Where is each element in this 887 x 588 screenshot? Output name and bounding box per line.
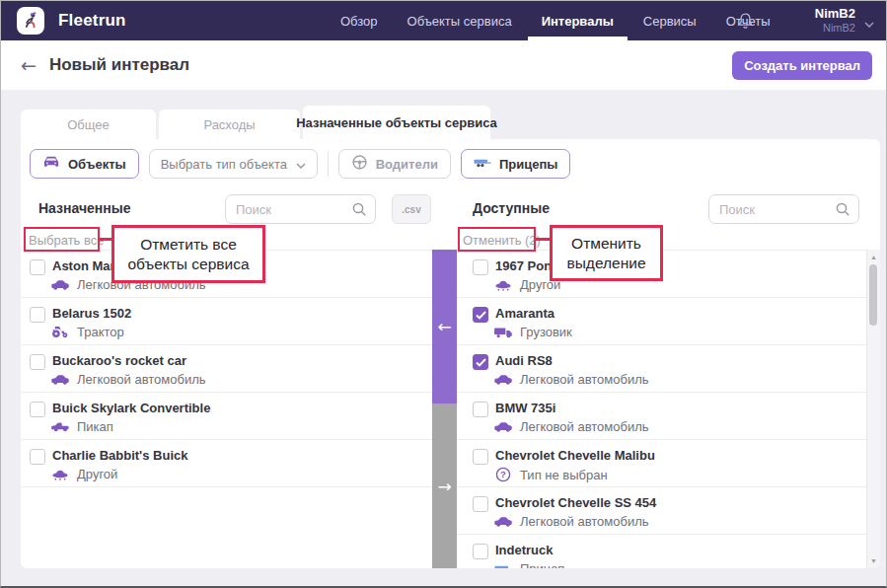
list-item[interactable]: BMW 735i Легковой автомобиль — [457, 393, 868, 440]
nav-item-services[interactable]: Сервисы — [643, 1, 697, 40]
object-type-select[interactable]: Выбрать тип объекта — [149, 149, 318, 179]
scrollbar-thumb[interactable] — [869, 264, 877, 326]
nav-item-intervals[interactable]: Интервалы — [542, 1, 614, 40]
steering-wheel-icon — [351, 154, 368, 174]
list-item[interactable]: Indetruck Прицеп — [457, 535, 868, 568]
annotation-connector — [536, 238, 550, 241]
toolbar-divider — [328, 151, 329, 177]
brand[interactable]: Fleetrun — [17, 1, 126, 40]
toolbar: Объекты Выбрать тип объекта — [30, 149, 570, 179]
move-right-button[interactable]: → — [432, 404, 457, 568]
page-header: ← Новый интервал Создать интервал — [1, 40, 886, 90]
top-navbar: Fleetrun ОбзорОбъекты сервисаИнтервалыСе… — [1, 1, 886, 40]
back-arrow-icon[interactable]: ← — [21, 54, 37, 76]
item-checkbox[interactable] — [473, 544, 488, 559]
transfer-strip: ← → — [432, 250, 457, 568]
car-icon — [50, 374, 70, 385]
item-type: Трактор — [77, 325, 124, 339]
item-type: Другой — [77, 467, 117, 481]
tab-general[interactable]: Общее — [21, 110, 156, 139]
car-icon — [493, 374, 513, 385]
question-icon: ? — [493, 467, 513, 482]
objects-filter-button[interactable]: Объекты — [30, 149, 139, 179]
user-name: NimB2 — [815, 6, 855, 21]
item-checkbox[interactable] — [473, 259, 488, 275]
item-type: Грузовик — [520, 325, 572, 339]
item-checkbox[interactable] — [30, 402, 45, 417]
car-icon — [493, 421, 513, 432]
arrow-right-icon: → — [437, 477, 451, 496]
drivers-filter-button[interactable]: Водители — [338, 149, 451, 179]
ufo-icon — [50, 469, 70, 480]
list-item[interactable]: Buckaroo's rocket car Легковой автомобил… — [21, 345, 432, 393]
export-csv-button[interactable]: .csv — [392, 194, 431, 224]
item-name: Chevrolet Chevelle Malibu — [495, 448, 655, 463]
list-item[interactable]: Charlie Babbit's Buick Другой — [21, 440, 432, 487]
scroll-up-icon[interactable]: ▲ — [867, 254, 880, 260]
tab-bar: ОбщееРасходыНазначенные объекты сервиса — [21, 106, 490, 139]
list-item[interactable]: Audi RS8 Легковой автомобиль — [457, 345, 868, 393]
tab-costs[interactable]: Расходы — [159, 110, 300, 139]
list-item[interactable]: Amaranta Грузовик — [457, 298, 868, 345]
list-item[interactable]: Belarus 1502 Трактор — [21, 298, 432, 345]
user-account: NimB2 — [823, 21, 855, 36]
item-checkbox[interactable] — [473, 496, 488, 512]
content-card: Объекты Выбрать тип объекта — [21, 139, 880, 568]
annotation-deselect-callout: Отменить выделение — [550, 225, 663, 281]
available-search — [708, 194, 859, 224]
trailer-icon — [493, 563, 513, 569]
item-type: Тип не выбран — [520, 468, 608, 482]
item-checkbox[interactable] — [473, 354, 488, 370]
arrow-left-icon: ← — [437, 317, 451, 336]
item-type: Прицеп — [520, 561, 564, 568]
item-name: Chevrolet Chevelle SS 454 — [495, 495, 656, 510]
list-item[interactable]: Buick Skylark Convertible Пикап — [21, 393, 432, 440]
tractor-icon — [50, 326, 70, 338]
item-checkbox[interactable] — [30, 449, 45, 465]
item-name: Indetruck — [495, 543, 564, 557]
svg-text:?: ? — [500, 469, 506, 479]
user-menu[interactable]: NimB2 NimB2 — [815, 6, 874, 36]
item-checkbox[interactable] — [473, 307, 488, 323]
trailers-filter-button[interactable]: Прицепы — [461, 149, 570, 179]
available-list-scrollbar[interactable]: ▲ ▼ — [866, 250, 880, 568]
app-window: Fleetrun ОбзорОбъекты сервисаИнтервалыСе… — [0, 0, 887, 588]
search-icon — [351, 201, 367, 221]
main-nav: ОбзорОбъекты сервисаИнтервалыСервисыОтче… — [340, 1, 771, 40]
available-list: 1967 Pontiac Другой Amaranta Грузовик — [457, 250, 868, 568]
annotation-connector — [100, 238, 111, 241]
chevron-down-icon — [296, 157, 306, 172]
item-name: BMW 735i — [495, 401, 649, 415]
item-type: Легковой автомобиль — [77, 372, 206, 387]
pickup-icon — [50, 421, 70, 432]
page-title: Новый интервал — [49, 55, 189, 75]
item-checkbox[interactable] — [30, 354, 45, 370]
item-name: Amaranta — [495, 306, 572, 321]
item-checkbox[interactable] — [473, 449, 488, 465]
item-type: Пикап — [77, 419, 113, 434]
content-area: ОбщееРасходыНазначенные объекты сервиса … — [1, 90, 886, 586]
available-column-title: Доступные — [473, 200, 550, 216]
truck-icon — [493, 327, 513, 338]
trailer-icon — [474, 157, 491, 172]
item-checkbox[interactable] — [30, 307, 45, 323]
assigned-column-title: Назначенные — [38, 200, 131, 216]
item-checkbox[interactable] — [30, 259, 45, 275]
notifications-bell-icon[interactable] — [737, 12, 754, 34]
move-left-button[interactable]: ← — [432, 250, 457, 404]
nav-item-service-objects[interactable]: Объекты сервиса — [407, 1, 512, 40]
list-item[interactable]: Chevrolet Chevelle SS 454 Легковой автом… — [457, 487, 868, 535]
car-front-icon — [42, 156, 60, 172]
item-name: Audi RS8 — [495, 353, 649, 368]
nav-item-overview[interactable]: Обзор — [340, 1, 378, 40]
item-name: Buick Skylark Convertible — [52, 401, 210, 415]
assigned-search — [225, 194, 376, 224]
annotation-select-all-callout: Отметить все объекты сервиса — [111, 225, 265, 283]
item-name: Charlie Babbit's Buick — [52, 448, 187, 463]
scroll-down-icon[interactable]: ▼ — [867, 557, 880, 564]
tab-assigned-objects[interactable]: Назначенные объекты сервиса — [303, 106, 490, 139]
list-item[interactable]: Chevrolet Chevelle Malibu ? Тип не выбра… — [457, 440, 868, 487]
create-interval-button[interactable]: Создать интервал — [732, 51, 872, 80]
item-checkbox[interactable] — [473, 402, 488, 417]
ufo-icon — [493, 279, 513, 291]
